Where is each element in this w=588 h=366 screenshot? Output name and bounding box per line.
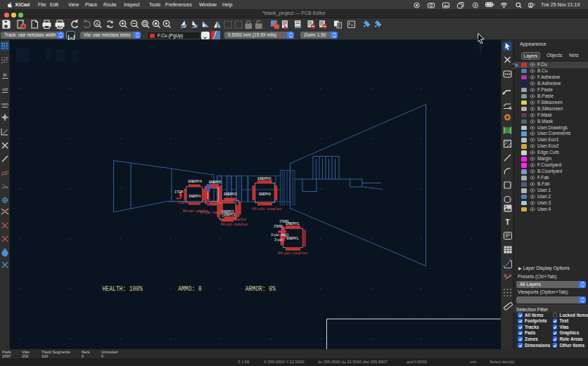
svg-text:ENEMY2: ENEMY2 (224, 197, 237, 202)
svg-text:ENEMY2: ENEMY2 (224, 192, 237, 197)
svg-text:ITEM3: ITEM3 (274, 225, 282, 228)
svg-text:3-pin: 3-pin (274, 238, 283, 242)
svg-text:64-pin complex: 64-pin complex (252, 207, 282, 211)
svg-text:HEALTH: 100%: HEALTH: 100% (103, 285, 143, 293)
svg-text:AMMO: 0: AMMO: 0 (178, 285, 201, 293)
svg-text:mil: mil (2, 87, 7, 91)
svg-text:64-pin complex: 64-pin complex (219, 217, 247, 222)
svg-text:ENEMY5: ENEMY5 (209, 180, 222, 185)
svg-text:64-pin complex: 64-pin complex (200, 210, 226, 215)
svg-text:ENEMY4: ENEMY4 (188, 179, 203, 184)
svg-text:in: in (3, 72, 6, 77)
svg-text:64-pin complex: 64-pin complex (278, 251, 308, 256)
svg-text:3-pin: 3-pin (177, 201, 186, 205)
svg-text:64-pin complex: 64-pin complex (221, 222, 248, 227)
svg-text:ARMOR: 0%: ARMOR: 0% (245, 285, 276, 293)
svg-text:T: T (505, 218, 509, 226)
svg-text:ITEM: ITEM (174, 190, 183, 195)
svg-text:3-pin small: 3-pin small (271, 233, 289, 237)
svg-text:A: A (96, 22, 98, 26)
svg-text:ENEMY0: ENEMY0 (257, 176, 271, 181)
svg-text:ENEMY4: ENEMY4 (189, 194, 202, 199)
svg-text:ITEM1: ITEM1 (279, 220, 289, 224)
svg-text:ENEMY0: ENEMY0 (259, 192, 271, 197)
svg-text:mm: mm (1, 102, 8, 106)
